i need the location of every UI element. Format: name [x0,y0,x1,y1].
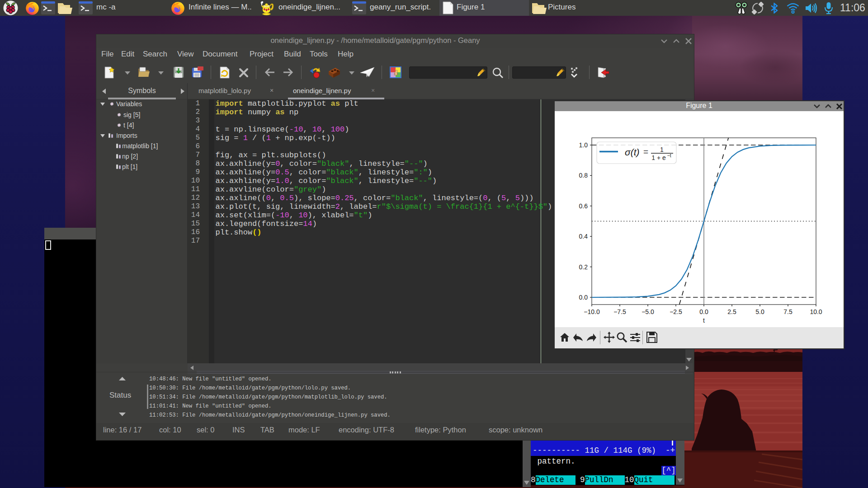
svg-text:1 + e: 1 + e [651,154,666,161]
svg-text:1.0: 1.0 [579,141,588,149]
svg-text:0.2: 0.2 [579,263,588,271]
svg-text:0.6: 0.6 [579,202,588,210]
svg-text:−2.5: −2.5 [670,308,682,315]
svg-text:1: 1 [660,146,664,153]
svg-text:−t: −t [667,153,671,158]
svg-text:=: = [643,147,648,156]
svg-text:0.0: 0.0 [579,294,588,301]
svg-text:0.8: 0.8 [579,172,588,179]
svg-text:10.0: 10.0 [810,308,822,315]
svg-text:0.4: 0.4 [579,233,588,240]
svg-text:0.0: 0.0 [699,308,708,315]
svg-text:7.5: 7.5 [783,308,793,315]
svg-text:2.5: 2.5 [727,308,736,315]
svg-text:5.0: 5.0 [755,308,764,315]
svg-text:−10.0: −10.0 [584,308,600,315]
svg-text:t: t [703,317,705,324]
svg-text:σ(t): σ(t) [625,147,639,157]
svg-text:−5.0: −5.0 [642,308,654,315]
svg-text:−7.5: −7.5 [613,308,626,315]
